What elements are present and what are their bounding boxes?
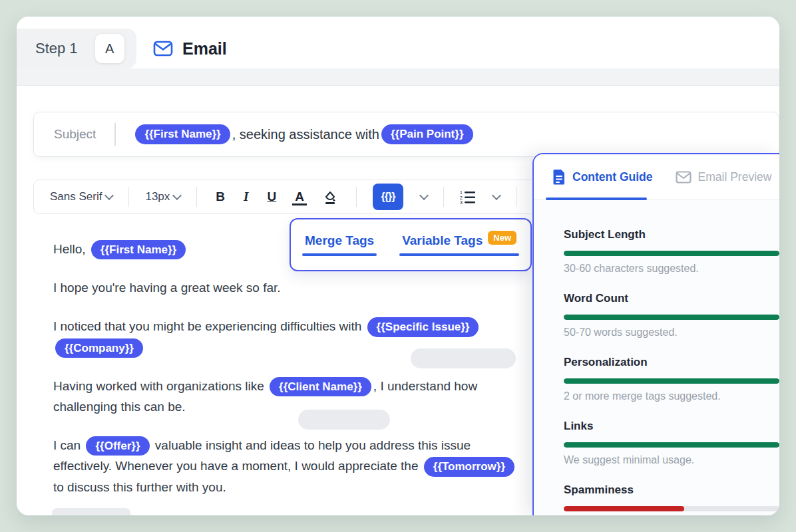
ordered-list-button[interactable]: 1 2 3 bbox=[460, 190, 476, 204]
guide-progress-fill bbox=[564, 315, 779, 320]
toolbar-divider bbox=[356, 187, 357, 207]
toolbar-divider bbox=[128, 187, 129, 207]
body-paragraph: I hope you're having a great week so far… bbox=[53, 277, 519, 298]
chevron-down-icon[interactable] bbox=[492, 191, 501, 200]
merge-tag-token[interactable]: {{Client Name}} bbox=[270, 377, 371, 396]
ink-bucket-icon bbox=[323, 191, 337, 205]
tab-email-preview[interactable]: Email Preview bbox=[676, 154, 772, 200]
subject-divider bbox=[114, 123, 116, 146]
text-color-button[interactable]: A bbox=[292, 189, 307, 205]
toolbar-divider bbox=[443, 187, 444, 207]
guide-section: Personalization2 or more merge tags sugg… bbox=[564, 356, 779, 402]
tab-variable-tags[interactable]: Variable Tags New bbox=[402, 233, 516, 256]
merge-tag-token[interactable]: {{Pain Point}} bbox=[381, 124, 473, 144]
body-paragraph: I noticed that you might be experiencing… bbox=[53, 316, 519, 358]
step-header: Step 1 A Email bbox=[17, 17, 779, 68]
guide-section-caption: 30-60 characters suggested. bbox=[564, 263, 779, 275]
content-guide-panel: Content Guide Email Preview Subject Leng… bbox=[532, 153, 779, 515]
underline-button[interactable]: U bbox=[264, 188, 279, 205]
guide-progress-bar bbox=[564, 506, 779, 511]
active-tab-underline bbox=[546, 198, 647, 201]
new-badge: New bbox=[488, 231, 516, 245]
guide-section-title: Word Count bbox=[564, 292, 779, 305]
channel-title-group: Email bbox=[153, 29, 227, 68]
merge-tag-button[interactable]: {{}} bbox=[373, 184, 403, 210]
guide-progress-bar bbox=[564, 251, 779, 256]
guide-progress-fill bbox=[564, 442, 779, 448]
email-step-card: Step 1 A Email Subject {{First Name}}, s… bbox=[17, 17, 779, 515]
tab-content-guide[interactable]: Content Guide bbox=[552, 154, 653, 200]
guide-section: SpamminessWe suggest minimal usage. bbox=[564, 483, 779, 515]
subject-field[interactable]: Subject {{First Name}}, seeking assistan… bbox=[33, 112, 779, 157]
step-badge: Step 1 A bbox=[17, 29, 136, 68]
guide-section-caption: 50-70 words suggested. bbox=[564, 327, 779, 338]
guide-section-title: Spamminess bbox=[564, 483, 779, 497]
guide-section-title: Links bbox=[564, 420, 779, 433]
bold-button[interactable]: B bbox=[213, 188, 228, 205]
guide-section-caption: We suggest minimal usage. bbox=[564, 454, 779, 466]
guide-section-title: Subject Length bbox=[564, 228, 779, 241]
header-divider-band bbox=[17, 68, 779, 86]
body-text: , seeking assistance with bbox=[232, 127, 379, 142]
svg-text:1: 1 bbox=[460, 190, 463, 195]
guide-section: Subject Length30-60 characters suggested… bbox=[564, 228, 779, 275]
guide-progress-fill bbox=[564, 506, 684, 511]
guide-section-caption: 2 or more merge tags suggested. bbox=[564, 390, 779, 402]
guide-progress-fill bbox=[564, 251, 779, 256]
envelope-icon bbox=[676, 171, 692, 184]
guide-section: Word Count50-70 words suggested. bbox=[564, 292, 779, 338]
merge-tag-token[interactable]: {{Specific Issue}} bbox=[367, 317, 479, 336]
subject-label: Subject bbox=[34, 127, 114, 142]
body-text: to discuss this further with you. bbox=[53, 480, 226, 494]
tab-merge-tags[interactable]: Merge Tags bbox=[305, 233, 374, 256]
guide-section-title: Personalization bbox=[564, 356, 779, 369]
guide-progress-bar bbox=[564, 315, 779, 320]
merge-tag-token[interactable]: {{Company}} bbox=[55, 338, 143, 358]
font-family-select[interactable]: Sans Serif bbox=[50, 190, 112, 203]
guide-progress-bar bbox=[564, 442, 779, 448]
italic-button[interactable]: I bbox=[241, 188, 251, 205]
guide-section: LinksWe suggest minimal usage. bbox=[564, 420, 779, 466]
body-text: I noticed that you might be experiencing… bbox=[53, 319, 365, 333]
svg-text:3: 3 bbox=[460, 200, 463, 204]
toolbar-divider bbox=[516, 187, 516, 207]
page-title: Email bbox=[182, 39, 227, 59]
merge-tag-token[interactable]: {{Offer}} bbox=[86, 436, 149, 456]
merge-tag-token[interactable]: {{First Name}} bbox=[135, 124, 230, 144]
body-paragraph: Having worked with organizations like {{… bbox=[53, 376, 519, 417]
merge-tag-token[interactable]: {{First Name}} bbox=[91, 240, 186, 259]
variant-letter-badge[interactable]: A bbox=[95, 34, 124, 63]
step-label: Step 1 bbox=[35, 40, 78, 57]
subject-value[interactable]: {{First Name}}, seeking assistance with … bbox=[133, 124, 475, 144]
chevron-down-icon[interactable] bbox=[419, 191, 429, 200]
email-icon bbox=[153, 41, 173, 57]
page-background: Step 1 A Email Subject {{First Name}}, s… bbox=[0, 0, 796, 532]
body-text: Hello, bbox=[53, 242, 89, 256]
body-paragraph: I can {{Offer}} valuable insight and ide… bbox=[53, 435, 519, 497]
panel-tabs: Content Guide Email Preview bbox=[534, 154, 779, 200]
font-size-select[interactable]: 13px bbox=[145, 190, 180, 203]
guide-progress-fill bbox=[564, 378, 779, 384]
content-guide-sections: Subject Length30-60 characters suggested… bbox=[534, 200, 779, 515]
toolbar-divider bbox=[196, 187, 197, 207]
guide-progress-bar bbox=[564, 378, 779, 384]
body-text: I hope you're having a great week so far… bbox=[53, 281, 281, 295]
email-body-editor[interactable]: Hello, {{First Name}}I hope you're havin… bbox=[53, 239, 519, 515]
document-icon bbox=[552, 169, 566, 185]
body-text: I can bbox=[53, 438, 84, 452]
svg-text:2: 2 bbox=[460, 196, 463, 200]
chevron-down-icon bbox=[104, 191, 114, 200]
merge-tag-token[interactable]: {{Tomorrow}} bbox=[424, 457, 514, 476]
tag-popup: Merge Tags Variable Tags New bbox=[290, 218, 532, 271]
chevron-down-icon bbox=[172, 191, 182, 200]
highlight-color-button[interactable] bbox=[320, 187, 340, 207]
body-text: Having worked with organizations like bbox=[53, 379, 268, 393]
